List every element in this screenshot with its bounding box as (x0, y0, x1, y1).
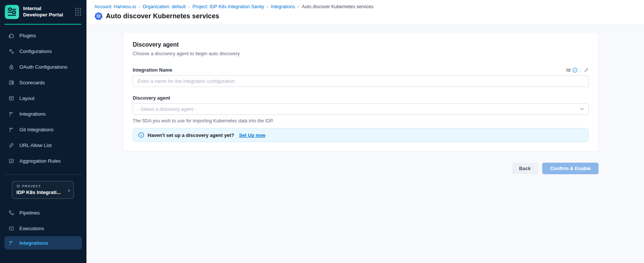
app-title: Internal Developer Portal (23, 6, 64, 18)
page-title-row: Auto discover Kubernetes services (94, 12, 637, 21)
sidebar-item-pipelines[interactable]: Pipelines (0, 205, 86, 220)
breadcrumb-current: Auto discover Kubernetes services (302, 4, 373, 9)
sidebar-item-integrations[interactable]: Integrations (0, 106, 86, 122)
breadcrumb: Account: Harness.io › Organization: defa… (94, 4, 637, 9)
section-subtitle: Choose a discovery agent to begin auto d… (133, 51, 589, 56)
branch-arrows-icon (8, 126, 15, 133)
link-icon (8, 142, 15, 148)
sidebar-item-label: Scorecards (19, 80, 45, 85)
id-meta: Id : (566, 67, 589, 73)
sidebar-item-label: Layout (19, 96, 35, 101)
breadcrumb-separator: › (139, 4, 140, 9)
cube-icon (16, 184, 20, 188)
sidebar-item-label: Plugins (19, 33, 36, 38)
content-area: Discovery agent Choose a discovery agent… (86, 25, 644, 263)
sidebar-bottom-nav: Pipelines Executions Integrations (0, 205, 86, 250)
branch-arrows-icon (8, 111, 15, 117)
kubernetes-icon (94, 12, 103, 21)
discovery-agent-helper: The SDA you wish to use for importing Ku… (133, 118, 589, 123)
sidebar-item-oauth-configurations[interactable]: OAuth Configurations (0, 59, 86, 75)
integration-name-label: Integration Name (133, 67, 172, 73)
sidebar-nav: Plugins Configurations OAuth Configurati… (0, 28, 86, 169)
layout-icon (8, 95, 15, 101)
steps-chart-icon (8, 158, 15, 164)
play-icon (8, 225, 15, 232)
chevron-right-icon: › (68, 187, 70, 193)
confirm-enable-button[interactable]: Confirm & Enable (542, 163, 599, 174)
breadcrumb-project-link[interactable]: Project: IDP K8s Integration Sanity (192, 4, 264, 9)
sidebar-item-label: Integrations (19, 111, 46, 117)
sidebar-item-scorecards[interactable]: Scorecards (0, 75, 86, 90)
page-title: Auto discover Kubernetes services (106, 12, 219, 20)
integration-name-label-row: Integration Name Id : (133, 67, 589, 73)
sidebar-item-aggregation-rules[interactable]: Aggregation Rules (0, 153, 86, 169)
edit-pencil-icon[interactable] (584, 68, 589, 73)
sidebar-header: Internal Developer Portal (0, 0, 86, 23)
project-label: PROJECT (16, 184, 64, 188)
integration-name-input[interactable] (133, 75, 589, 87)
main-area: Account: Harness.io › Organization: defa… (86, 0, 644, 263)
project-name: IDP K8s Integrati... (16, 190, 64, 195)
pipelines-icon (8, 210, 15, 216)
breadcrumb-separator: › (298, 4, 299, 9)
breadcrumb-integrations-link[interactable]: Integrations (271, 4, 295, 9)
sidebar-item-label: Aggregation Rules (19, 158, 61, 164)
breadcrumb-organization-link[interactable]: Organization: default (143, 4, 186, 9)
sidebar-item-label: Pipelines (19, 210, 40, 216)
sidebar-item-plugins[interactable]: Plugins (0, 28, 86, 43)
setup-now-link[interactable]: Set Up now (239, 132, 265, 138)
sidebar-item-integrations-active[interactable]: Integrations (4, 236, 82, 250)
sidebar-item-label: Integrations (19, 240, 48, 246)
discovery-agent-info-banner: Haven't set up a discovery agent yet? Se… (133, 128, 589, 142)
scorecard-icon (8, 79, 15, 86)
form-actions: Back Confirm & Enable (123, 163, 599, 174)
sidebar-item-label: Git Integrations (19, 127, 54, 132)
sidebar-item-git-integrations[interactable]: Git Integrations (0, 122, 86, 137)
sidebar-item-layout[interactable]: Layout (0, 90, 86, 106)
sidebar-accent-divider (4, 24, 81, 25)
page-header: Account: Harness.io › Organization: defa… (86, 0, 644, 25)
discovery-agent-label: Discovery agent (133, 95, 589, 101)
section-title: Discovery agent (133, 41, 589, 48)
id-label: Id (566, 67, 571, 73)
banner-text: Haven't set up a discovery agent yet? (148, 132, 234, 138)
info-icon[interactable] (572, 68, 578, 73)
discovery-agent-select-value: - Select a discovery agent - (138, 106, 196, 112)
sidebar-item-label: URL Allow List (19, 143, 52, 148)
sidebar-item-label: OAuth Configurations (19, 64, 67, 70)
sidebar-item-configurations[interactable]: Configurations (0, 43, 86, 59)
breadcrumb-separator: › (266, 4, 268, 9)
project-selector-card[interactable]: PROJECT IDP K8s Integrati... › (12, 181, 74, 199)
info-icon (138, 132, 144, 138)
discovery-agent-card: Discovery agent Choose a discovery agent… (123, 32, 599, 151)
sidebar-item-executions[interactable]: Executions (0, 220, 86, 236)
sidebar-divider (4, 175, 82, 175)
breadcrumb-account-link[interactable]: Account: Harness.io (94, 4, 136, 9)
sidebar-item-label: Executions (19, 226, 44, 231)
module-switcher-grid-icon[interactable] (75, 8, 81, 16)
sidebar-item-label: Configurations (19, 48, 52, 54)
chevron-down-icon (580, 108, 584, 110)
lock-icon (8, 64, 15, 70)
back-button[interactable]: Back (512, 163, 538, 174)
sidebar: Internal Developer Portal Plugins Config… (0, 0, 86, 263)
harness-idp-logo-icon (4, 4, 19, 19)
discovery-agent-select[interactable]: - Select a discovery agent - (133, 103, 589, 115)
puzzle-icon (8, 32, 15, 39)
breadcrumb-separator: › (188, 4, 190, 9)
id-colon: : (580, 67, 581, 73)
sidebar-item-url-allow-list[interactable]: URL Allow List (0, 137, 86, 153)
branch-arrows-icon (8, 240, 15, 246)
gears-icon (8, 48, 15, 54)
